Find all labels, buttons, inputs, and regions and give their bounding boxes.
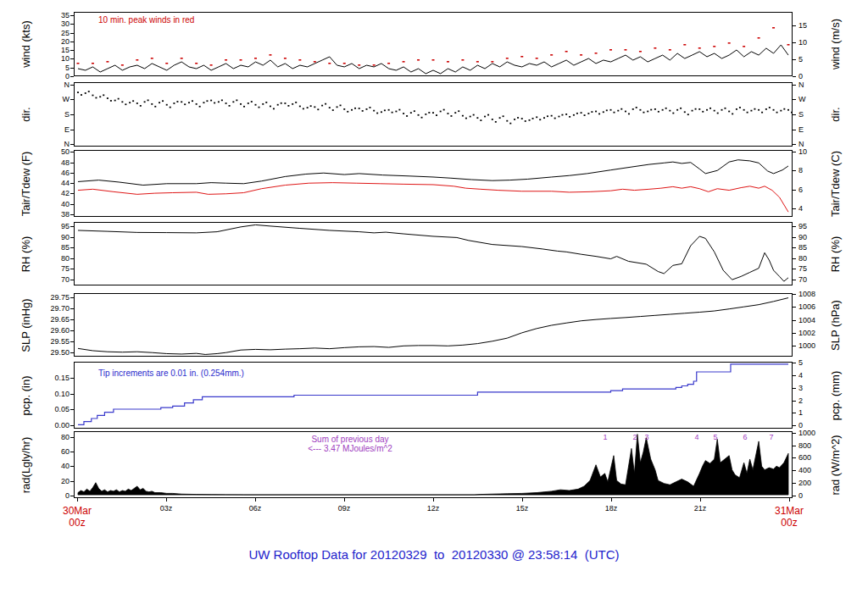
rad-annotation-0: Sum of previous day [311,435,388,444]
wind-annotation-0: 10 min. peak winds in red [98,15,194,25]
rad-right-tick [793,470,796,471]
wind-left-tick-label: 35 [31,12,70,19]
slp-right-tick [793,333,796,334]
tair-left-tick [70,204,74,205]
wind-left-tick [70,50,74,51]
pcp-left-tick-label: 0.15 [31,374,70,382]
pcp-left-tick [70,409,74,410]
rh-left-tick [70,258,74,259]
dewpoint-F [78,183,788,213]
slp-left-tick-label: 29.65 [31,316,70,324]
rh-left-tick-label: 90 [31,234,70,241]
panel-dir [74,82,793,147]
dir-left-tick [70,85,74,86]
rh-right-tick-label: 70 [798,276,837,284]
weather-multipanel-chart: 30Mar 00z 31Mar 00z UW Rooftop Data for … [0,0,868,593]
pcp-right-tick [793,375,796,376]
slp-left-tick [70,308,74,309]
dir-right-tick [793,130,796,130]
slp-left-tick-label: 29.70 [31,305,70,313]
tair-left-tick-label: 46 [31,169,70,177]
rh-right-tick [793,237,796,238]
tair-plot [75,151,792,216]
wind-right-axis-name: wind (m/s) [829,19,842,69]
rad-right-tick [793,433,796,434]
rad-right-axis-name: rad (W/m^2) [829,435,842,495]
x-axis-hour-label: 09z [338,504,351,513]
rh-right-tick [793,280,796,280]
tair-left-tick [70,183,74,184]
x-axis-hour-label: 21z [694,504,707,513]
tair-right-tick [793,170,796,171]
panel-rad [74,431,793,498]
rad-left-tick-label: 80 [31,434,70,441]
dir-right-tick-label: W [798,96,837,103]
pcp-left-tick-label: 0.05 [31,406,70,413]
pcp-right-tick [793,401,796,402]
pcp-left-tick [70,425,74,426]
rad-mj-marker: 1 [603,433,607,441]
rad-mj-marker: 3 [644,433,648,441]
wind-right-tick [793,76,796,77]
pcp-right-tick [793,425,796,426]
x-axis-tick [700,498,701,502]
rh-left-tick [70,280,74,280]
dir-right-tick [793,99,796,100]
rad-left-tick-label: 0 [31,492,70,500]
dir-left-tick-label: W [31,96,70,103]
rh-right-tick [793,269,796,269]
x-axis-tick [77,498,78,502]
slp-left-tick [70,330,74,331]
slp-left-tick [70,319,74,320]
x-axis-hour-label: 03z [160,504,173,513]
slp-left-tick-label: 29.60 [31,327,70,335]
tair-left-tick-label: 38 [31,211,70,219]
rad-mj-marker: 2 [632,433,637,441]
slp-right-tick [793,346,796,346]
rh-left-tick [70,237,74,238]
panel-tair [74,150,793,217]
x-axis-tick [611,498,612,502]
tair-right-tick [793,208,796,209]
rh-left-tick-label: 75 [31,265,70,273]
wind-right-tick [793,25,796,26]
tair-right-axis-name: Tair/Tdew (C) [829,151,842,217]
wind-average-kts [78,45,788,74]
dir-left-tick [70,114,74,115]
wind-left-axis-name: wind (kts) [19,20,32,68]
tair-left-tick-label: 44 [31,180,70,187]
rad-annotation-1: <--- 3.47 MJoules/m^2 [308,444,392,453]
wind-right-tick-label: 0 [798,73,837,80]
pcp-right-tick [793,363,796,363]
wind-left-tick-label: 30 [31,20,70,28]
tair-left-axis-name: Tair/Tdew (F) [19,152,32,217]
wind-left-tick [70,24,74,25]
relative-humidity [78,224,788,281]
end-date-line1: 31Mar [775,505,804,517]
dir-left-tick-label: S [31,111,70,119]
wind-left-tick-label: 0 [31,73,70,80]
pcp-right-tick [793,413,796,413]
wind-left-tick [70,58,74,59]
x-axis-tick [522,498,523,502]
rh-left-tick-label: 95 [31,223,70,230]
dir-plot [75,83,792,146]
pcp-left-axis-name: pcp. (in) [19,376,32,416]
dir-right-tick [793,85,796,86]
rad-plot [75,432,792,497]
rad-left-tick [70,481,74,482]
wind-right-tick [793,42,796,43]
x-axis-hour-label: 15z [516,504,529,513]
slp-right-tick [793,307,796,308]
x-axis-hour-label: 18z [605,504,618,513]
rh-left-tick [70,269,74,269]
wind-left-tick [70,68,74,69]
rad-left-tick [70,452,74,452]
rh-right-tick [793,226,796,227]
slp-right-axis-name: SLP (hPa) [829,300,842,351]
slp-right-tick [793,320,796,321]
tair-left-tick [70,173,74,174]
end-date-label: 31Mar 00z [775,505,804,529]
pcp-left-tick [70,394,74,395]
rad-left-tick-label: 60 [31,448,70,456]
